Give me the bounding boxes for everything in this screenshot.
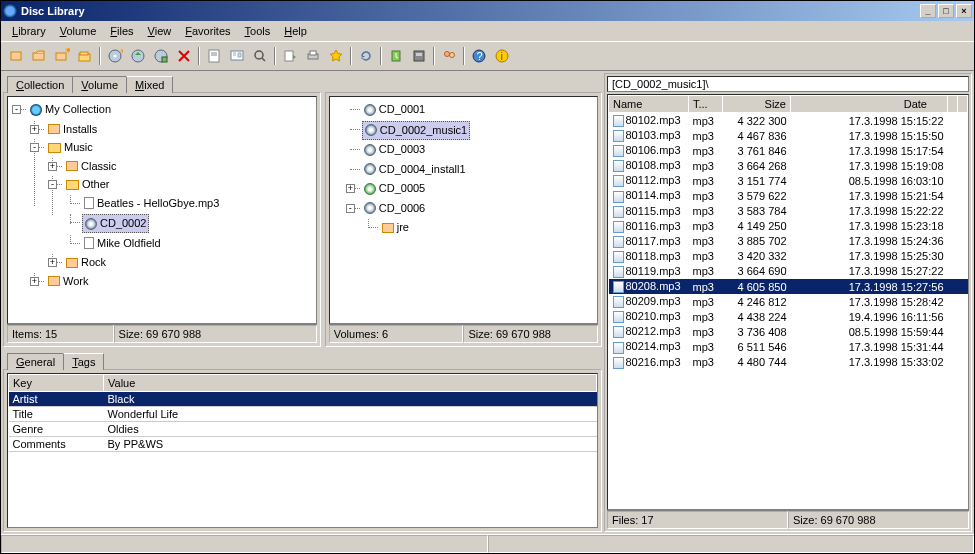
fh-size[interactable]: Size <box>723 96 791 113</box>
minimize-button[interactable]: _ <box>920 4 936 18</box>
menu-view[interactable]: View <box>141 23 179 39</box>
volume-node[interactable]: CD_0004_install1 <box>344 161 595 181</box>
tree-node[interactable]: -Music+Classic-OtherBeatles - HelloGbye.… <box>28 139 314 273</box>
volume-node[interactable]: +CD_0005 <box>344 180 595 200</box>
file-row[interactable]: 80116.mp3mp34 149 25017.3.1998 15:23:18 <box>609 219 968 234</box>
file-row[interactable]: 80210.mp3mp34 438 22419.4.1996 16:11:56 <box>609 309 968 324</box>
tb-help[interactable]: ? <box>468 45 490 67</box>
tree-node[interactable]: Beatles - HelloGbye.mp3 <box>64 195 314 215</box>
menu-library[interactable]: Library <box>5 23 53 39</box>
fh-type[interactable]: T... <box>689 96 723 113</box>
file-row[interactable]: 80103.mp3mp34 467 83617.3.1998 15:15:50 <box>609 128 968 143</box>
menu-tools[interactable]: Tools <box>238 23 278 39</box>
file-row[interactable]: 80119.mp3mp33 664 69017.3.1998 15:27:22 <box>609 264 968 279</box>
tb-properties[interactable] <box>203 45 225 67</box>
maximize-button[interactable]: □ <box>938 4 954 18</box>
tb-new-library[interactable] <box>5 45 27 67</box>
expander-icon[interactable]: + <box>48 258 57 267</box>
tb-refresh[interactable] <box>355 45 377 67</box>
file-name: 80118.mp3 <box>609 249 689 264</box>
expander-icon[interactable]: + <box>346 184 355 193</box>
file-row[interactable]: 80114.mp3mp33 579 62217.3.1998 15:21:54 <box>609 188 968 203</box>
tree-node[interactable]: +Work <box>28 273 314 292</box>
fh-name[interactable]: Name <box>609 96 689 113</box>
tab-collection[interactable]: Collection <box>7 76 73 93</box>
fh-x1[interactable] <box>948 96 958 113</box>
tb-about[interactable]: i <box>491 45 513 67</box>
tree-node[interactable]: +Rock <box>46 254 314 273</box>
tb-favorite[interactable] <box>325 45 347 67</box>
tb-new-folder[interactable]: ✴ <box>51 45 73 67</box>
file-row[interactable]: 80209.mp3mp34 246 81217.3.1998 15:28:42 <box>609 294 968 309</box>
tag-row[interactable]: TitleWonderful Life <box>9 407 597 422</box>
tab-volume[interactable]: Volume <box>72 76 127 93</box>
tb-delete[interactable] <box>173 45 195 67</box>
bottom-tabs: GeneralTags <box>3 350 602 369</box>
fh-date[interactable]: Date <box>791 96 948 113</box>
tb-backup[interactable] <box>408 45 430 67</box>
volume-node[interactable]: jre <box>362 219 595 238</box>
tags-header-key[interactable]: Key <box>9 375 104 392</box>
tree-node[interactable]: CD_0002 <box>64 214 314 235</box>
tree-node[interactable]: +Classic <box>46 158 314 177</box>
expander-icon[interactable]: + <box>48 162 57 171</box>
expander-icon[interactable]: + <box>30 277 39 286</box>
menu-help[interactable]: Help <box>277 23 314 39</box>
expander-icon[interactable]: - <box>12 105 21 114</box>
tree-root[interactable]: -My Collection+Installs-Music+Classic-Ot… <box>10 101 314 291</box>
volume-tree[interactable]: CD_0001CD_0002_music1CD_0003CD_0004_inst… <box>329 96 598 324</box>
tag-row[interactable]: CommentsBy PP&WS <box>9 437 597 452</box>
menu-favorites[interactable]: Favorites <box>178 23 237 39</box>
tab-tags[interactable]: Tags <box>63 353 104 370</box>
volume-node[interactable]: CD_0003 <box>344 141 595 161</box>
file-row[interactable]: 80117.mp3mp33 885 70217.3.1998 15:24:36 <box>609 234 968 249</box>
tree-node[interactable]: Mike Oldfield <box>64 235 314 255</box>
file-size: 4 149 250 <box>723 219 791 234</box>
file-row[interactable]: 80102.mp3mp34 322 30017.3.1998 15:15:22 <box>609 113 968 129</box>
file-row[interactable]: 80214.mp3mp36 511 54617.3.1998 15:31:44 <box>609 339 968 354</box>
tb-eject-disc[interactable] <box>127 45 149 67</box>
file-row[interactable]: 80106.mp3mp33 761 84617.3.1998 15:17:54 <box>609 143 968 158</box>
volume-node[interactable]: CD_0002_music1 <box>344 121 595 142</box>
tb-search[interactable] <box>249 45 271 67</box>
expander-icon[interactable]: - <box>30 143 39 152</box>
tab-general[interactable]: General <box>7 353 64 370</box>
volume-node[interactable]: -CD_0006jre <box>344 200 595 238</box>
file-row[interactable]: 80208.mp3mp34 605 85017.3.1998 15:27:56 <box>609 279 968 294</box>
tb-users[interactable] <box>438 45 460 67</box>
file-row[interactable]: 80216.mp3mp34 480 74417.3.1998 15:33:02 <box>609 355 968 370</box>
tb-disc-write[interactable] <box>150 45 172 67</box>
fh-x2[interactable] <box>958 96 968 113</box>
collection-tree[interactable]: -My Collection+Installs-Music+Classic-Ot… <box>7 96 317 324</box>
expander-icon[interactable]: - <box>346 204 355 213</box>
node-label: Mike Oldfield <box>97 235 161 252</box>
tb-add-disc[interactable]: ✴ <box>104 45 126 67</box>
expander-icon[interactable]: + <box>30 125 39 134</box>
file-row[interactable]: 80118.mp3mp33 420 33217.3.1998 15:25:30 <box>609 249 968 264</box>
tree-node[interactable]: -OtherBeatles - HelloGbye.mp3CD_0002Mike… <box>46 176 314 254</box>
menu-files[interactable]: Files <box>103 23 140 39</box>
tags-header-value[interactable]: Value <box>104 375 597 392</box>
svg-rect-20 <box>310 51 316 55</box>
close-button[interactable]: × <box>956 4 972 18</box>
tb-export[interactable] <box>279 45 301 67</box>
tab-mixed[interactable]: Mixed <box>126 76 173 93</box>
tb-restore[interactable] <box>385 45 407 67</box>
volume-node[interactable]: CD_0001 <box>344 101 595 121</box>
file-row[interactable]: 80108.mp3mp33 664 26817.3.1998 15:19:08 <box>609 158 968 173</box>
tb-print[interactable] <box>302 45 324 67</box>
file-list[interactable]: Name T... Size Date 80102.mp3mp34 322 30… <box>607 94 969 510</box>
tb-open-folder[interactable] <box>74 45 96 67</box>
file-row[interactable]: 80115.mp3mp33 583 78417.3.1998 15:22:22 <box>609 204 968 219</box>
file-row[interactable]: 80112.mp3mp33 151 77408.5.1998 16:03:10 <box>609 173 968 188</box>
tb-browse[interactable] <box>226 45 248 67</box>
menu-volume[interactable]: Volume <box>53 23 104 39</box>
tags-panel[interactable]: Key Value ArtistBlackTitleWonderful Life… <box>7 373 598 528</box>
tb-open-library[interactable] <box>28 45 50 67</box>
file-row[interactable]: 80212.mp3mp33 736 40808.5.1998 15:59:44 <box>609 324 968 339</box>
tag-row[interactable]: GenreOldies <box>9 422 597 437</box>
tree-node[interactable]: +Installs <box>28 121 314 140</box>
file-type: mp3 <box>689 294 723 309</box>
tag-row[interactable]: ArtistBlack <box>9 392 597 407</box>
expander-icon[interactable]: - <box>48 180 57 189</box>
